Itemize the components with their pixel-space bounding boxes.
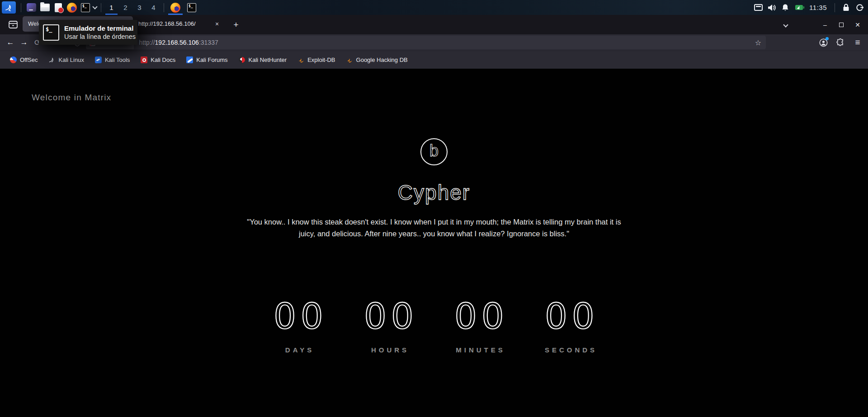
bookmarks-toolbar: OffSec Kali Linux Kali Tools Kali Docs K…	[0, 51, 868, 69]
web-page-content: Welcome in Matrix b Cypher "You know.. I…	[0, 84, 868, 417]
panel-left-cluster: $_ 1 2 3 4 $_	[0, 0, 200, 15]
workspace-2-button[interactable]: 2	[118, 0, 132, 15]
file-manager-launcher[interactable]	[38, 1, 52, 14]
extensions-icon[interactable]	[834, 36, 847, 49]
new-tab-button[interactable]: +	[230, 19, 242, 31]
countdown-value: 00	[359, 297, 418, 335]
bookmark-google-hacking-db[interactable]: Google Hacking DB	[343, 54, 411, 66]
back-button[interactable]: ←	[4, 36, 17, 49]
url-text: http://192.168.56.106:31337	[139, 39, 218, 46]
desktop: $_ 1 2 3 4 $_	[0, 0, 868, 417]
kali-menu-button[interactable]	[2, 1, 16, 14]
taskbar-firefox-window[interactable]	[167, 0, 184, 15]
workspace-number: 1	[109, 4, 113, 11]
firefox-icon	[67, 3, 77, 13]
terminal-tooltip: $_ Emulador de terminal Usar la línea de…	[39, 20, 137, 45]
taskbar-terminal-window[interactable]: $_	[184, 0, 200, 15]
kali-nethunter-favicon	[239, 56, 245, 63]
maximize-icon	[839, 23, 844, 27]
notification-bell-icon[interactable]	[779, 2, 791, 14]
account-button[interactable]	[816, 36, 830, 49]
workspace-4-button[interactable]: 4	[146, 0, 160, 15]
terminal-icon: $_	[187, 3, 196, 12]
dashboard-icon	[27, 3, 36, 12]
folder-icon	[40, 4, 50, 11]
url-host: 192.168.56.106	[155, 39, 199, 46]
countdown-value: 00	[450, 297, 508, 335]
bookmark-kali-tools[interactable]: Kali Tools	[91, 54, 133, 66]
terminal-launcher[interactable]: $_	[79, 1, 92, 14]
kali-logo-icon	[5, 4, 13, 12]
tooltip-subtitle: Usar la línea de órdenes	[64, 33, 136, 40]
terminal-icon: $_	[81, 3, 90, 12]
bookmark-label: OffSec	[20, 56, 38, 63]
terminal-icon: $_	[43, 24, 59, 41]
tab-close-icon[interactable]: ×	[212, 19, 222, 28]
document-edit-icon	[55, 3, 62, 12]
list-all-tabs-chevron-icon[interactable]	[779, 19, 792, 31]
minimize-button[interactable]: –	[819, 19, 831, 31]
bookmark-star-icon[interactable]: ☆	[752, 37, 764, 48]
window-controls: – ✕	[819, 19, 863, 31]
countdown-hours: 00 HOURS	[344, 297, 434, 354]
power-icon[interactable]	[854, 2, 865, 14]
bookmark-kali-nethunter[interactable]: Kali NetHunter	[235, 54, 291, 66]
bookmark-exploit-db[interactable]: Exploit-DB	[294, 54, 339, 66]
workspace-3-button[interactable]: 3	[132, 0, 146, 15]
text-editor-launcher[interactable]	[52, 1, 65, 14]
volume-icon[interactable]	[766, 2, 778, 14]
kali-forums-favicon	[186, 56, 193, 63]
bookmark-label: Kali Docs	[151, 56, 175, 63]
bookmark-label: Kali Linux	[59, 56, 84, 63]
tab-ip-address[interactable]: http://192.168.56.106/ ×	[133, 16, 226, 32]
firefox-view-button[interactable]	[6, 18, 20, 32]
panel-separator	[21, 3, 21, 12]
battery-charging-icon	[795, 5, 803, 10]
countdown-label: SECONDS	[542, 346, 597, 354]
bookmark-kali-docs[interactable]: Kali Docs	[137, 54, 179, 66]
bookmark-label: Kali NetHunter	[249, 56, 287, 63]
kali-tools-favicon	[95, 56, 102, 63]
top-panel: $_ 1 2 3 4 $_	[0, 0, 868, 15]
battery-icon[interactable]	[793, 2, 805, 14]
bookmark-label: Kali Tools	[105, 56, 130, 63]
countdown-value: 00	[269, 297, 327, 335]
countdown-days: 00 DAYS	[253, 297, 344, 354]
hamburger-menu-button[interactable]: ≡	[851, 36, 864, 49]
kali-linux-favicon	[49, 56, 56, 63]
quote-line: "You know.. I know this steak doesn't ex…	[247, 216, 621, 228]
countdown-minutes: 00 MINUTES	[434, 297, 524, 354]
bookmark-kali-linux[interactable]: Kali Linux	[45, 54, 88, 66]
bookmark-kali-forums[interactable]: Kali Forums	[183, 54, 231, 66]
kali-docs-favicon	[141, 56, 147, 63]
system-tray: 11:35	[752, 0, 868, 15]
close-window-button[interactable]: ✕	[852, 19, 863, 31]
quote-line: juicy, and delicious. After nine years..…	[247, 228, 621, 239]
panel-separator	[101, 3, 101, 12]
workspace-number: 2	[123, 4, 127, 11]
firefox-window: Welcome in Matrix × http://192.168.56.10…	[0, 15, 868, 417]
lock-screen-icon[interactable]	[840, 2, 852, 14]
dashboard-launcher[interactable]	[24, 1, 38, 14]
firefox-icon	[170, 3, 180, 13]
forward-button[interactable]: →	[17, 36, 31, 49]
google-hacking-db-favicon	[346, 56, 353, 63]
firefox-launcher[interactable]	[65, 1, 79, 14]
quote-text: "You know.. I know this steak doesn't ex…	[247, 216, 621, 239]
offsec-favicon	[10, 56, 17, 63]
address-bar[interactable]: Not Secure http://192.168.56.106:31337 ☆	[86, 36, 766, 49]
launcher-dropdown-chevron-icon[interactable]	[92, 4, 97, 9]
workspace-number: 4	[151, 4, 155, 11]
countdown-value: 00	[540, 297, 599, 335]
bookmark-offsec[interactable]: OffSec	[6, 54, 42, 66]
account-notification-dot	[826, 37, 829, 40]
tooltip-title: Emulador de terminal	[64, 24, 136, 32]
bookmark-label: Google Hacking DB	[356, 56, 408, 63]
panel-separator	[835, 3, 835, 12]
workspace-1-button[interactable]: 1	[104, 0, 118, 15]
panel-separator	[164, 3, 164, 12]
clock[interactable]: 11:35	[807, 4, 830, 11]
display-icon[interactable]	[752, 2, 764, 14]
maximize-button[interactable]	[835, 19, 847, 31]
countdown: 00 DAYS 00 HOURS 00 MINUTES 00 SECONDS	[253, 297, 615, 354]
